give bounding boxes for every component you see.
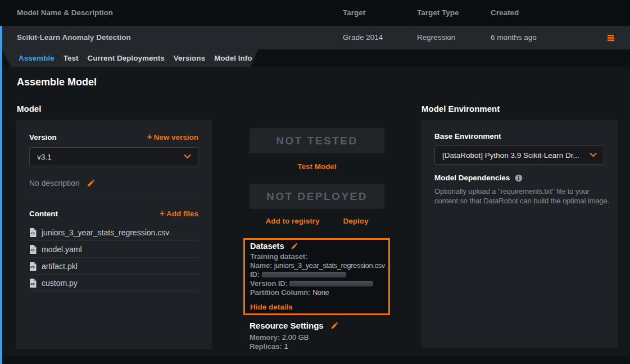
deploy-link[interactable]: Deploy: [343, 217, 369, 225]
dataset-name-line: Name: juniors_3_year_stats_regression.cs…: [250, 261, 383, 270]
file-item[interactable]: <> artifact.pkl: [29, 258, 198, 275]
custom-model-workshop-screen: Model Name & Description Target Target T…: [0, 0, 630, 364]
not-deployed-badge: NOT DEPLOYED: [250, 184, 384, 209]
file-item[interactable]: <> model.yaml: [29, 241, 198, 258]
info-circle-icon: [515, 174, 523, 182]
plus-icon: +: [147, 132, 152, 142]
file-item[interactable]: <> custom.py: [29, 275, 198, 292]
tab-model-info[interactable]: Model Info: [210, 49, 257, 67]
svg-text:<>: <>: [30, 231, 35, 235]
tab-current-deployments[interactable]: Current Deployments: [83, 49, 169, 67]
environment-section-title: Model Environment: [421, 104, 500, 113]
resource-settings-title: Resource Settings: [250, 321, 324, 330]
model-environment-card: Base Environment [DataRobot] Python 3.9 …: [421, 120, 618, 348]
chevron-down-icon: [590, 153, 597, 157]
edit-description-button[interactable]: [87, 179, 96, 188]
model-target-type: Regression: [417, 26, 455, 49]
base-environment-select[interactable]: [DataRobot] Python 3.9 Scikit-Learn Dr..…: [434, 145, 604, 165]
models-table-header: Model Name & Description Target Target T…: [0, 0, 630, 26]
training-dataset-label: Training dataset:: [250, 252, 383, 261]
edit-datasets-button[interactable]: [291, 242, 298, 250]
hamburger-menu-icon: [608, 34, 614, 42]
partition-column-line: Partition Column: None: [250, 288, 383, 297]
version-select[interactable]: v3.1: [29, 147, 198, 166]
dataset-version-id-line: Version ID:: [250, 279, 383, 288]
pencil-icon: [87, 179, 96, 188]
replicas-label: Replicas:: [250, 342, 282, 351]
base-environment-label: Base Environment: [434, 132, 501, 140]
svg-text:<>: <>: [30, 265, 35, 269]
datasets-panel: Datasets Training dataset: Name: juniors…: [243, 238, 390, 315]
column-created: Created: [491, 0, 519, 26]
file-item[interactable]: <> juniors_3_year_stats_regression.csv: [29, 224, 198, 241]
pencil-icon: [291, 242, 298, 250]
partition-column-value: None: [312, 288, 329, 297]
tab-versions[interactable]: Versions: [169, 49, 210, 67]
memory-line: Memory: 2.00 GB: [250, 333, 309, 342]
column-target-type: Target Type: [417, 0, 459, 26]
assemble-tab-content: Assemble Model Model Model Environment V…: [2, 67, 630, 356]
content-label: Content: [29, 210, 58, 218]
card-divider: [29, 199, 198, 199]
info-icon[interactable]: [515, 174, 523, 182]
partition-column-label: Partition Column:: [250, 288, 310, 297]
datasets-title: Datasets: [250, 242, 284, 251]
test-model-link[interactable]: Test Model: [297, 162, 337, 171]
file-icon: <>: [29, 228, 37, 237]
model-section-title: Model: [17, 104, 41, 113]
tab-test[interactable]: Test: [59, 49, 83, 67]
file-icon: <>: [29, 279, 37, 288]
chevron-down-icon: [184, 154, 191, 159]
not-tested-badge: NOT TESTED: [250, 128, 384, 153]
model-card: Version +New version v3.1 No description…: [16, 120, 212, 349]
resource-settings-details: Memory: 2.00 GB Replicas: 1: [250, 333, 309, 351]
model-created: 6 months ago: [491, 26, 537, 49]
model-row[interactable]: Scikit-Learn Anomaly Detection Grade 201…: [2, 26, 630, 49]
model-target: Grade 2014: [343, 26, 383, 49]
plus-icon: +: [160, 208, 165, 218]
page-title: Assemble Model: [17, 76, 97, 88]
svg-text:<>: <>: [30, 281, 35, 285]
column-target: Target: [343, 0, 365, 26]
model-tabs: Assemble Test Current Deployments Versio…: [2, 49, 259, 67]
dataset-id-label: ID:: [250, 270, 260, 279]
add-to-registry-link[interactable]: Add to registry: [265, 217, 319, 225]
model-name: Scikit-Learn Anomaly Detection: [17, 26, 131, 49]
replicas-value: 1: [284, 342, 288, 351]
redacted-id-value: [262, 272, 346, 277]
file-icon: <>: [29, 245, 37, 254]
replicas-line: Replicas: 1: [250, 342, 309, 351]
hide-details-link[interactable]: Hide details: [250, 303, 293, 311]
model-dependencies-description: Optionally upload a "requirements.txt" f…: [434, 186, 614, 206]
memory-label: Memory:: [250, 333, 280, 342]
svg-text:<>: <>: [30, 248, 35, 252]
dataset-name-label: Name:: [250, 261, 272, 270]
hide-details-row: Hide details: [250, 302, 383, 311]
row-menu-button[interactable]: [608, 26, 614, 49]
edit-resource-settings-button[interactable]: [330, 321, 339, 330]
description-placeholder: No description: [29, 179, 80, 188]
tab-assemble[interactable]: Assemble: [14, 49, 59, 67]
content-file-list: <> juniors_3_year_stats_regression.csv <…: [29, 224, 198, 292]
pencil-icon: [330, 321, 339, 330]
column-model-name: Model Name & Description: [17, 0, 113, 26]
add-files-button[interactable]: +Add files: [160, 208, 198, 219]
memory-value: 2.00 GB: [282, 333, 309, 342]
dataset-id-line: ID:: [250, 270, 383, 279]
new-version-button[interactable]: +New version: [147, 132, 198, 142]
dataset-name-value: juniors_3_year_stats_regression.csv: [274, 261, 385, 270]
version-select-value: v3.1: [37, 153, 52, 161]
new-version-label: New version: [153, 133, 198, 142]
redacted-version-id-value: [289, 281, 373, 286]
dataset-version-id-label: Version ID:: [250, 279, 288, 288]
version-label: Version: [29, 133, 57, 142]
add-files-label: Add files: [166, 210, 198, 218]
file-icon: <>: [29, 262, 37, 271]
model-dependencies-label: Model Dependencies: [434, 174, 510, 182]
base-environment-value: [DataRobot] Python 3.9 Scikit-Learn Dr..…: [442, 151, 579, 160]
